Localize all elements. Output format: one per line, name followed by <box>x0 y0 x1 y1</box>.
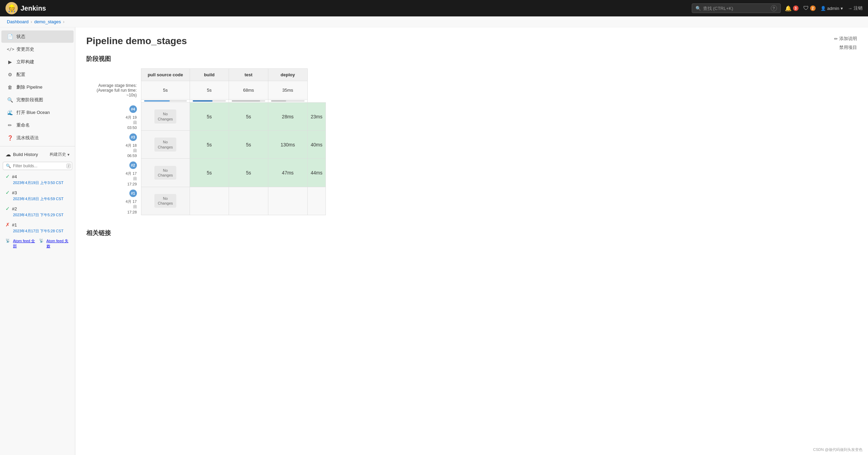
disable-project-link[interactable]: 禁用项目 <box>839 44 857 51</box>
logo[interactable]: 👷 Jenkins <box>5 2 46 14</box>
search-box[interactable]: 🔍 ? <box>692 3 781 13</box>
build-row-2: #2 4月 17 日 17:29 NoChanges <box>86 159 326 187</box>
build-date-3: 2023年4月18日 上午6:59 CST <box>5 196 69 202</box>
notification-count: 3 <box>793 5 799 11</box>
breadcrumb-project[interactable]: demo_stages <box>34 19 61 24</box>
build-id-3: #3 <box>12 190 17 195</box>
layout: 📄 状态 </> 变更历史 ▶ 立即构建 ⚙ 配置 🗑 删除 Pipeline … <box>0 27 868 455</box>
blue-ocean-icon: 🌊 <box>7 110 13 115</box>
breadcrumb-sep-2: › <box>63 19 64 24</box>
build-date-4: 2023年4月19日 上午3:50 CST <box>5 180 69 185</box>
right-actions: ✏ 添加说明 禁用项目 <box>834 36 857 51</box>
stage-4-deploy[interactable]: 23ms <box>307 103 326 131</box>
add-description-link[interactable]: ✏ 添加说明 <box>834 36 857 42</box>
no-changes-4: NoChanges <box>141 103 190 131</box>
breadcrumb: Dashboard › demo_stages › <box>0 16 868 27</box>
chevron-down-build-icon: ▾ <box>67 152 69 157</box>
rss-icon-all: 📡 <box>5 238 10 249</box>
sidebar-item-blue-ocean[interactable]: 🌊 打开 Blue Ocean <box>1 106 74 119</box>
stage-1-build <box>229 187 268 215</box>
sidebar-footer: 📡 Atom feed 全部 📡 Atom feed 失败 <box>0 236 75 251</box>
sidebar-divider <box>0 146 75 146</box>
logout-button[interactable]: → 注销 <box>848 5 863 11</box>
build-id-4: #4 <box>12 174 17 179</box>
bar-build <box>190 100 229 103</box>
user-menu[interactable]: 👤 admin ▾ <box>820 6 843 11</box>
atom-feed-fail[interactable]: Atom feed 失败 <box>47 238 70 249</box>
stage-3-build[interactable]: 5s <box>229 131 268 159</box>
stage-3-deploy[interactable]: 40ms <box>307 131 326 159</box>
code-icon: </> <box>7 47 13 52</box>
atom-feed-all[interactable]: Atom feed 全部 <box>13 238 36 249</box>
sidebar-label-rename: 重命名 <box>16 122 30 128</box>
build-status-fail-1: ✗ <box>5 222 10 228</box>
filter-builds-input[interactable] <box>13 164 64 168</box>
stage-2-build[interactable]: 5s <box>229 159 268 187</box>
sidebar-item-build-now[interactable]: ▶ 立即构建 <box>1 56 74 68</box>
sidebar-item-full-stage[interactable]: 🔍 完整阶段视图 <box>1 94 74 106</box>
sidebar-item-changes[interactable]: </> 变更历史 <box>1 43 74 55</box>
sidebar-label-build-now: 立即构建 <box>16 59 34 65</box>
stage-view-title: 阶段视图 <box>86 55 857 63</box>
sidebar-item-configure[interactable]: ⚙ 配置 <box>1 68 74 81</box>
build-item-4[interactable]: ✓ #4 2023年4月19日 上午3:50 CST <box>0 171 75 187</box>
no-changes-box-3: NoChanges <box>154 138 176 152</box>
build-item-3[interactable]: ✓ #3 2023年4月18日 上午6:59 CST <box>0 187 75 204</box>
build-history-toggle-label: 构建历史 <box>50 152 66 157</box>
stage-1-test <box>268 187 307 215</box>
build-badge-4[interactable]: #4 <box>129 105 137 113</box>
stage-2-deploy[interactable]: 44ms <box>307 159 326 187</box>
build-item-2[interactable]: ✓ #2 2023年4月17日 下午5:29 CST <box>0 204 75 220</box>
build-date-info-1: 4月 17 日 17:28 <box>126 199 137 215</box>
stage-2-test[interactable]: 47ms <box>268 159 307 187</box>
no-changes-box-1: NoChanges <box>154 194 176 208</box>
build-history-toggle[interactable]: 构建历史 ▾ <box>50 152 69 157</box>
breadcrumb-dashboard[interactable]: Dashboard <box>7 19 29 24</box>
build-badge-1[interactable]: #1 <box>129 190 137 197</box>
stage-4-test[interactable]: 28ms <box>268 103 307 131</box>
main-content: Pipeline demo_stages ✏ 添加说明 禁用项目 阶段视图 pu… <box>75 27 868 455</box>
avg-label: Average stage times: (Average full run t… <box>86 81 141 100</box>
build-badge-2[interactable]: #2 <box>129 161 137 169</box>
build-col-header <box>86 69 141 81</box>
security-button[interactable]: 🛡 2 <box>803 5 816 11</box>
shield-icon: 🛡 <box>803 5 809 11</box>
build-info-3: #3 4月 18 日 06:59 <box>86 131 141 159</box>
no-changes-box-2: NoChanges <box>154 166 176 180</box>
bell-icon: 🔔 <box>785 5 792 12</box>
stage-4-build[interactable]: 5s <box>229 103 268 131</box>
stage-3-test[interactable]: 130ms <box>268 131 307 159</box>
stage-3-pull[interactable]: 5s <box>190 131 229 159</box>
cloud-icon: ☁ <box>5 151 11 158</box>
pencil-icon: ✏ <box>7 122 13 128</box>
security-count: 2 <box>810 5 816 11</box>
build-history-section: ☁ Build History 构建历史 ▾ <box>0 148 75 160</box>
build-badge-3[interactable]: #3 <box>129 133 137 141</box>
sidebar-label-delete: 删除 Pipeline <box>16 84 42 90</box>
notifications-button[interactable]: 🔔 3 <box>785 5 799 12</box>
sidebar: 📄 状态 </> 变更历史 ▶ 立即构建 ⚙ 配置 🗑 删除 Pipeline … <box>0 27 75 455</box>
build-item-1[interactable]: ✗ #1 2023年4月17日 下午5:28 CST <box>0 220 75 236</box>
sidebar-item-rename[interactable]: ✏ 重命名 <box>1 119 74 131</box>
breadcrumb-sep-1: › <box>31 19 32 24</box>
stage-table-wrapper: pull source code build test deploy Avera… <box>86 68 857 215</box>
build-status-ok-3: ✓ <box>5 190 10 196</box>
stage-table: pull source code build test deploy Avera… <box>86 68 326 215</box>
gear-icon: ⚙ <box>7 72 13 77</box>
no-changes-3: NoChanges <box>141 131 190 159</box>
sidebar-item-pipeline-syntax[interactable]: ❓ 流水线语法 <box>1 132 74 144</box>
filter-builds-box[interactable]: 🔍 / <box>3 162 72 170</box>
footer-note: CSDN @做代码做到头发变色 <box>813 447 863 452</box>
build-info-4: #4 4月 19 日 03:50 <box>86 103 141 131</box>
add-description-label: 添加说明 <box>839 36 857 42</box>
play-icon: ▶ <box>7 59 13 65</box>
sidebar-item-status[interactable]: 📄 状态 <box>1 30 74 43</box>
build-info-2: #2 4月 17 日 17:29 <box>86 159 141 187</box>
sidebar-item-delete[interactable]: 🗑 删除 Pipeline <box>1 81 74 93</box>
search-input[interactable] <box>703 6 769 11</box>
stage-4-pull[interactable]: 5s <box>190 103 229 131</box>
logout-icon: → <box>848 6 852 11</box>
filter-slash: / <box>66 164 71 168</box>
build-date-2: 2023年4月17日 下午5:29 CST <box>5 212 69 218</box>
stage-2-pull[interactable]: 5s <box>190 159 229 187</box>
